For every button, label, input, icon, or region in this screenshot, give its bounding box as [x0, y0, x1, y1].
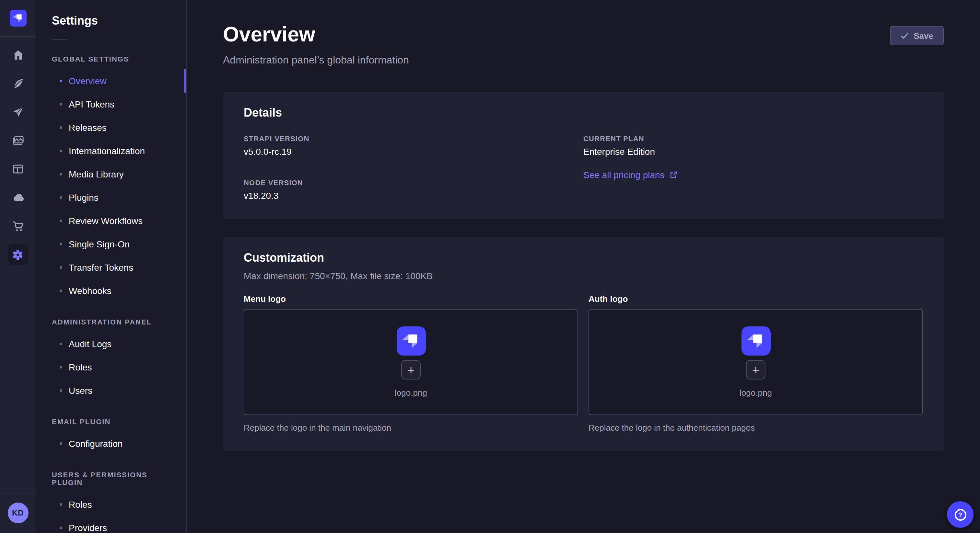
- check-icon: [900, 32, 908, 40]
- subnav-section-administration-panel: ADMINISTRATION PANEL: [52, 318, 170, 326]
- subnav-item-label: Configuration: [69, 438, 123, 449]
- sidebar-item-settings[interactable]: [8, 244, 28, 265]
- subnav-section-email-plugin: EMAIL PLUGIN: [52, 418, 170, 425]
- subnav-item-roles[interactable]: Roles: [36, 355, 186, 379]
- bullet-dot-icon: [60, 343, 62, 345]
- bullet-dot-icon: [60, 173, 62, 176]
- save-button-label: Save: [913, 31, 933, 40]
- subnav-item-roles[interactable]: Roles: [36, 493, 186, 516]
- subnav-sections: GLOBAL SETTINGSOverviewAPI TokensRelease…: [36, 55, 186, 533]
- bullet-dot-icon: [60, 503, 62, 506]
- subnav-item-label: Review Workflows: [69, 216, 143, 226]
- auth-logo-label: Auth logo: [589, 294, 923, 304]
- menu-logo-filename: logo.png: [395, 388, 427, 398]
- auth-logo-field: Auth logo + logo.png Replace the logo in…: [589, 294, 923, 433]
- menu-logo-dropzone[interactable]: + logo.png: [244, 309, 578, 415]
- customization-heading: Customization: [244, 250, 923, 265]
- strapi-version-label: STRAPI VERSION: [244, 135, 583, 143]
- subnav-item-label: Roles: [69, 499, 92, 510]
- bullet-dot-icon: [60, 389, 62, 392]
- avatar[interactable]: KD: [8, 503, 28, 523]
- strapi-version-value: v5.0.0-rc.19: [244, 146, 583, 157]
- main-content: Overview Administration panel’s global i…: [187, 0, 980, 533]
- bullet-dot-icon: [60, 80, 62, 82]
- sidebar-item-home[interactable]: [8, 45, 28, 65]
- settings-subnav: Settings GLOBAL SETTINGSOverviewAPI Toke…: [36, 0, 187, 533]
- bullet-dot-icon: [60, 150, 62, 152]
- subnav-item-releases[interactable]: Releases: [36, 116, 186, 139]
- sidebar-item-media-library[interactable]: [8, 130, 28, 151]
- subnav-item-media-library[interactable]: Media Library: [36, 163, 186, 186]
- details-heading: Details: [244, 105, 923, 121]
- node-version-value: v18.20.3: [244, 190, 583, 201]
- subnav-item-label: Internationalization: [69, 146, 145, 156]
- strapi-version-field: STRAPI VERSION v5.0.0-rc.19: [244, 135, 583, 157]
- bullet-dot-icon: [60, 366, 62, 368]
- current-plan-label: CURRENT PLAN: [583, 135, 923, 143]
- subnav-item-configuration[interactable]: Configuration: [36, 432, 186, 455]
- sidebar-item-content[interactable]: [8, 73, 28, 94]
- subnav-item-webhooks[interactable]: Webhooks: [36, 279, 186, 303]
- rail-footer: KD: [0, 493, 36, 533]
- subnav-item-internationalization[interactable]: Internationalization: [36, 139, 186, 163]
- pricing-plans-link[interactable]: See all pricing plans: [583, 170, 678, 180]
- subnav-item-label: Users: [69, 385, 92, 396]
- strapi-workspace-logo[interactable]: [0, 0, 36, 37]
- subnav-item-overview[interactable]: Overview: [36, 69, 186, 93]
- details-grid: STRAPI VERSION v5.0.0-rc.19 NODE VERSION…: [244, 135, 923, 201]
- save-button[interactable]: Save: [889, 26, 944, 45]
- menu-logo-hint: Replace the logo in the main navigation: [244, 423, 578, 433]
- auth-logo-filename: logo.png: [740, 388, 772, 398]
- details-left-column: STRAPI VERSION v5.0.0-rc.19 NODE VERSION…: [244, 135, 583, 201]
- rail-icon-nav: [8, 45, 28, 273]
- subnav-item-single-sign-on[interactable]: Single Sign-On: [36, 233, 186, 256]
- sidebar-item-content-type-builder[interactable]: [8, 159, 28, 179]
- subnav-list-administration-panel: Audit LogsRolesUsers: [36, 332, 186, 402]
- subnav-item-api-tokens[interactable]: API Tokens: [36, 93, 186, 116]
- sidebar-item-releases[interactable]: [8, 102, 28, 122]
- bullet-dot-icon: [60, 266, 62, 269]
- subnav-item-plugins[interactable]: Plugins: [36, 186, 186, 209]
- bullet-dot-icon: [60, 443, 62, 445]
- details-right-column: CURRENT PLAN Enterprise Edition See all …: [583, 135, 923, 201]
- page-title: Overview: [223, 22, 409, 47]
- strapi-logo-icon: [10, 10, 26, 27]
- add-menu-logo-button[interactable]: +: [401, 360, 421, 379]
- layout-icon: [11, 163, 24, 176]
- bullet-dot-icon: [60, 219, 62, 222]
- subnav-item-review-workflows[interactable]: Review Workflows: [36, 209, 186, 233]
- feather-icon: [11, 77, 24, 90]
- subnav-title: Settings: [36, 0, 186, 29]
- subnav-section-users-permissions-plugin: USERS & PERMISSIONS PLUGIN: [52, 471, 170, 486]
- sidebar-item-cloud[interactable]: [8, 187, 28, 208]
- subnav-item-label: API Tokens: [69, 99, 115, 109]
- subnav-list-global-settings: OverviewAPI TokensReleasesInternationali…: [36, 69, 186, 303]
- add-auth-logo-button[interactable]: +: [746, 360, 765, 379]
- details-card: Details STRAPI VERSION v5.0.0-rc.19 NODE…: [223, 92, 944, 219]
- subnav-item-transfer-tokens[interactable]: Transfer Tokens: [36, 256, 186, 279]
- subnav-item-users[interactable]: Users: [36, 379, 186, 402]
- page-title-block: Overview Administration panel’s global i…: [223, 22, 409, 66]
- menu-logo-label: Menu logo: [244, 294, 578, 304]
- subnav-list-users-permissions-plugin: RolesProviders: [36, 493, 186, 533]
- main-nav-rail: KD: [0, 0, 36, 533]
- sidebar-item-marketplace[interactable]: [8, 216, 28, 236]
- bullet-dot-icon: [60, 196, 62, 199]
- subnav-item-providers[interactable]: Providers: [36, 516, 186, 533]
- bullet-dot-icon: [60, 289, 62, 292]
- help-button[interactable]: ?: [947, 501, 974, 528]
- bullet-dot-icon: [60, 126, 62, 129]
- node-version-field: NODE VERSION v18.20.3: [244, 179, 583, 201]
- subnav-item-audit-logs[interactable]: Audit Logs: [36, 332, 186, 355]
- menu-logo-field: Menu logo + logo.png Replace the logo in…: [244, 294, 578, 433]
- subnav-item-label: Providers: [69, 523, 107, 533]
- question-mark-icon: ?: [955, 509, 966, 520]
- bullet-dot-icon: [60, 527, 62, 529]
- bullet-dot-icon: [60, 243, 62, 246]
- subnav-item-label: Transfer Tokens: [69, 262, 133, 273]
- page-subtitle: Administration panel’s global informatio…: [223, 54, 409, 66]
- auth-logo-dropzone[interactable]: + logo.png: [589, 309, 923, 415]
- page-header: Overview Administration panel’s global i…: [223, 0, 944, 66]
- subnav-item-label: Media Library: [69, 169, 124, 179]
- external-link-icon: [670, 171, 678, 179]
